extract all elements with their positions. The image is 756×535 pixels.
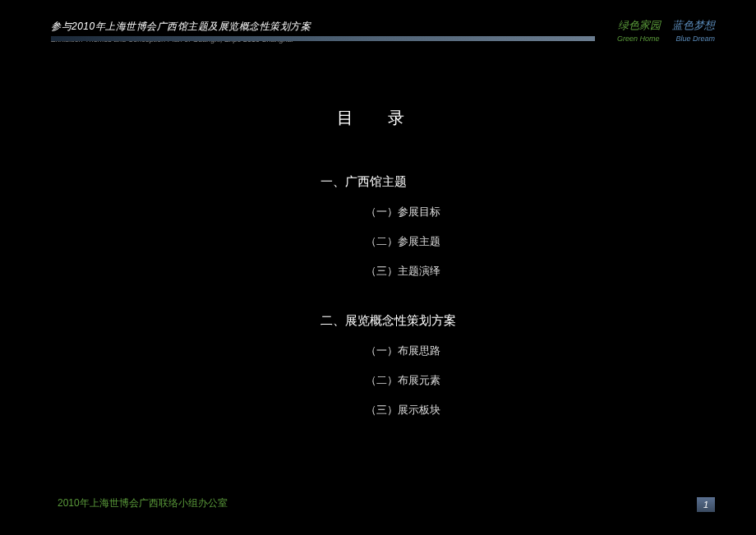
page-number: 1 [697, 497, 715, 512]
toc-section-2: 二、展览概念性策划方案 （一）布展思路 （二）布展元素 （三）展示板块 [320, 313, 756, 417]
toc-content: 目 录 一、广西馆主题 （一）参展目标 （二）参展主题 （三）主题演绎 二、展览… [0, 107, 756, 452]
toc-item: （二）布展元素 [366, 373, 756, 388]
slogan-green-cn: 绿色家园 [618, 18, 661, 33]
toc-item: （一）参展目标 [366, 205, 756, 219]
slogan-blue-en: Blue Dream [675, 35, 715, 43]
toc-item: （三）展示板块 [366, 403, 756, 417]
section-heading: 一、广西馆主题 [320, 174, 756, 190]
footer-org: 2010年上海世博会广西联络小组办公室 [58, 497, 228, 509]
header-divider-bar [51, 36, 595, 41]
toc-item: （三）主题演绎 [366, 264, 756, 279]
toc-item: （二）参展主题 [366, 234, 756, 249]
header-slogan: 绿色家园 蓝色梦想 Green Home Blue Dream [617, 18, 715, 43]
header-title-cn: 参与2010年上海世博会广西馆主题及展览概念性策划方案 [51, 20, 715, 34]
slogan-blue-cn: 蓝色梦想 [672, 18, 715, 33]
toc-section-1: 一、广西馆主题 （一）参展目标 （二）参展主题 （三）主题演绎 [320, 174, 756, 279]
footer: 2010年上海世博会广西联络小组办公室 1 [58, 495, 715, 510]
toc-title: 目 录 [0, 107, 756, 129]
section-heading: 二、展览概念性策划方案 [320, 313, 756, 329]
slogan-green-en: Green Home [617, 35, 660, 43]
toc-item: （一）布展思路 [366, 344, 756, 358]
